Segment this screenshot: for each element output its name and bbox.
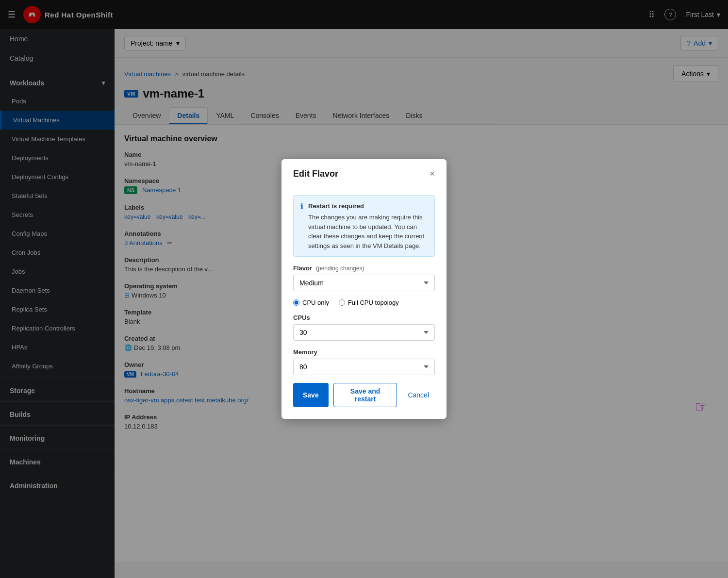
cpus-field-group: CPUs 1 2 4 8 16 30 32: [293, 314, 435, 341]
save-restart-button[interactable]: Save and restart: [333, 383, 397, 407]
save-button[interactable]: Save: [293, 383, 329, 407]
flavor-label: Flavor (pending changes): [293, 264, 435, 272]
edit-flavor-dialog: Edit Flavor × ℹ Restart is required The …: [281, 159, 447, 419]
full-cpu-topology-radio[interactable]: [339, 299, 345, 306]
cpu-only-label: CPU only: [302, 299, 329, 306]
info-title: Restart is required: [308, 201, 428, 211]
cancel-button[interactable]: Cancel: [402, 383, 435, 407]
dialog-header: Edit Flavor ×: [281, 159, 447, 187]
memory-select[interactable]: 4 8 16 32 64 80 128: [293, 359, 435, 375]
info-icon: ℹ: [300, 202, 303, 251]
cpu-only-radio[interactable]: [293, 299, 299, 306]
dialog-body: ℹ Restart is required The changes you ar…: [281, 187, 447, 419]
dialog-footer: Save Save and restart Cancel: [293, 383, 435, 407]
info-body: The changes you are making require this …: [308, 214, 424, 249]
cpus-label: CPUs: [293, 314, 435, 321]
flavor-field-group: Flavor (pending changes) Small Medium La…: [293, 264, 435, 291]
restart-required-info: ℹ Restart is required The changes you ar…: [293, 195, 435, 257]
flavor-pending-note: (pending changes): [316, 265, 364, 272]
flavor-select[interactable]: Small Medium Large Custom: [293, 275, 435, 291]
dialog-title: Edit Flavor: [293, 169, 338, 179]
info-text-content: Restart is required The changes you are …: [308, 201, 428, 251]
dialog-close-button[interactable]: ×: [430, 169, 435, 179]
memory-field-group: Memory 4 8 16 32 64 80 128: [293, 348, 435, 375]
full-cpu-topology-radio-label[interactable]: Full CPU topology: [339, 299, 399, 306]
modal-overlay[interactable]: Edit Flavor × ℹ Restart is required The …: [0, 0, 728, 578]
cpu-only-radio-label[interactable]: CPU only: [293, 299, 329, 306]
cpus-select[interactable]: 1 2 4 8 16 30 32: [293, 324, 435, 341]
full-cpu-label: Full CPU topology: [348, 299, 399, 306]
memory-label: Memory: [293, 348, 435, 356]
cpu-topology-radio-group: CPU only Full CPU topology: [293, 299, 435, 306]
